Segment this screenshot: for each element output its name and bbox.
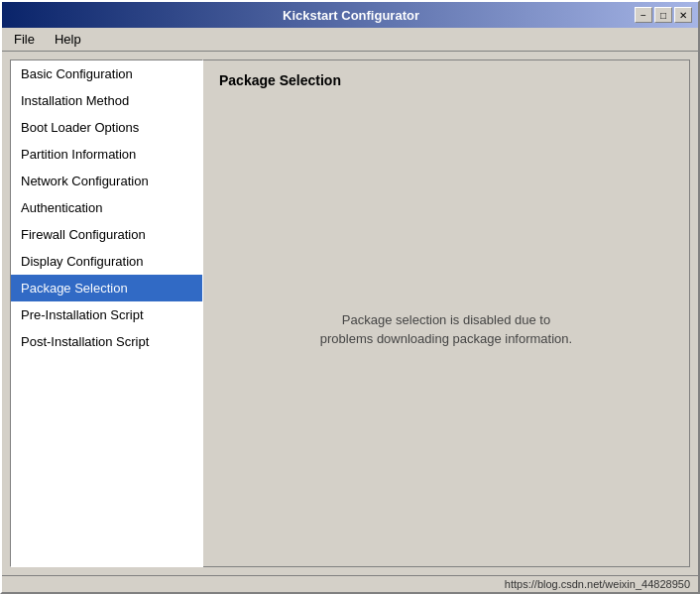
sidebar-item-network-configuration[interactable]: Network Configuration [11, 168, 202, 194]
content-area: Basic Configuration Installation Method … [2, 52, 698, 575]
sidebar-item-post-installation-script[interactable]: Post-Installation Script [11, 328, 202, 355]
sidebar-item-installation-method[interactable]: Installation Method [11, 87, 202, 114]
title-bar: Kickstart Configurator − □ ✕ [2, 2, 698, 28]
sidebar-item-boot-loader-options[interactable]: Boot Loader Options [11, 114, 202, 141]
status-bar: https://blog.csdn.net/weixin_44828950 [2, 575, 698, 592]
status-text: https://blog.csdn.net/weixin_44828950 [505, 578, 690, 590]
sidebar-item-basic-configuration[interactable]: Basic Configuration [11, 60, 202, 87]
sidebar-item-firewall-configuration[interactable]: Firewall Configuration [11, 221, 202, 248]
panel-message: Package selection is disabled due to pro… [219, 104, 673, 554]
sidebar-item-package-selection[interactable]: Package Selection [11, 275, 202, 301]
sidebar-item-display-configuration[interactable]: Display Configuration [11, 248, 202, 275]
message-line1: Package selection is disabled due to [342, 312, 550, 327]
main-window: Kickstart Configurator − □ ✕ File Help B… [0, 0, 700, 594]
menu-bar: File Help [2, 28, 698, 52]
minimize-button[interactable]: − [635, 7, 652, 23]
sidebar: Basic Configuration Installation Method … [10, 59, 203, 567]
panel-title: Package Selection [219, 72, 673, 88]
message-line2: problems downloading package information… [320, 331, 572, 346]
window-controls: − □ ✕ [635, 7, 692, 23]
sidebar-item-partition-information[interactable]: Partition Information [11, 141, 202, 168]
window-title: Kickstart Configurator [67, 8, 635, 23]
main-panel: Package Selection Package selection is d… [203, 59, 690, 567]
sidebar-item-pre-installation-script[interactable]: Pre-Installation Script [11, 301, 202, 328]
menu-file[interactable]: File [6, 30, 43, 49]
menu-help[interactable]: Help [47, 30, 89, 49]
maximize-button[interactable]: □ [654, 7, 672, 23]
sidebar-item-authentication[interactable]: Authentication [11, 194, 202, 221]
close-button[interactable]: ✕ [674, 7, 692, 23]
